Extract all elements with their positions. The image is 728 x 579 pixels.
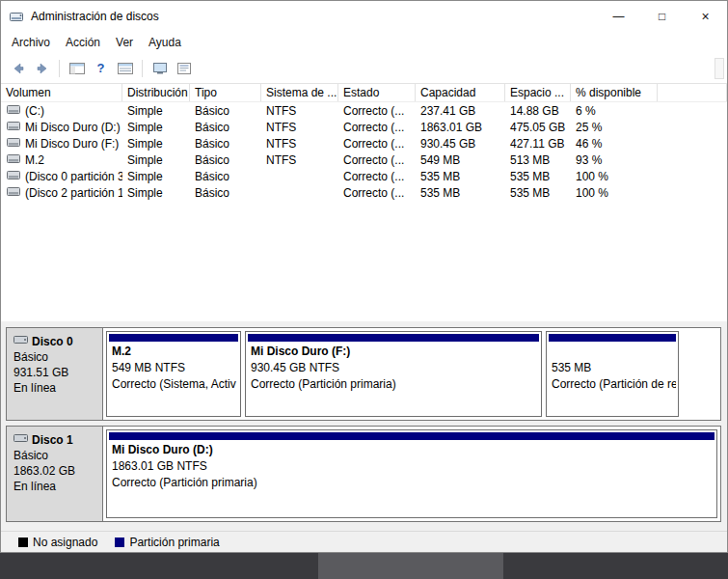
minimize-button[interactable]: — — [597, 1, 640, 31]
console-tree-icon[interactable] — [65, 57, 89, 80]
partition-title: M.2 — [109, 344, 238, 360]
partition-m2[interactable]: M.2 549 MB NTFS Correcto (Sistema, Activ — [106, 331, 241, 417]
volume-icon — [7, 153, 20, 167]
close-button[interactable]: × — [684, 1, 727, 31]
volume-layout: Simple — [122, 186, 190, 200]
volume-status: Correcto (... — [338, 104, 416, 118]
legend-label: Partición primaria — [129, 536, 219, 549]
volume-free-pct: 6 % — [571, 104, 658, 118]
volume-capacity: 930.45 GB — [416, 137, 505, 151]
graphical-view: Disco 0 Básico 931.51 GB En línea M.2 54… — [1, 325, 727, 531]
column-capacidad[interactable]: Capacidad — [416, 84, 505, 101]
volume-status: Correcto (... — [338, 137, 416, 151]
partition-status: Correcto (Partición de re — [549, 376, 676, 393]
screen-icon[interactable] — [148, 57, 172, 80]
volume-icon — [7, 137, 20, 151]
volume-capacity: 1863.01 GB — [416, 121, 505, 134]
partition-status: Correcto (Partición primaria) — [248, 376, 539, 393]
partition-f[interactable]: Mi Disco Duro (F:) 930.45 GB NTFS Correc… — [245, 331, 542, 417]
volume-free-pct: 100 % — [571, 170, 658, 183]
partition-size: 535 MB — [549, 360, 676, 376]
taskbar-app-button[interactable] — [318, 553, 503, 579]
column-espacio[interactable]: Espacio ... — [505, 84, 571, 101]
partition-title: Mi Disco Duro (D:) — [109, 442, 715, 458]
disk-management-window: Administración de discos — □ × Archivo A… — [0, 0, 728, 553]
column-estado[interactable]: Estado — [338, 84, 416, 101]
disk-type: Básico — [13, 448, 95, 463]
disk-row-1: Disco 1 Básico 1863.02 GB En línea Mi Di… — [6, 426, 721, 522]
volume-type: Básico — [190, 121, 261, 134]
volume-layout: Simple — [122, 137, 190, 151]
toolbar: ? — [1, 53, 727, 84]
menu-accion[interactable]: Acción — [58, 33, 108, 52]
partition-d[interactable]: Mi Disco Duro (D:) 1863.01 GB NTFS Corre… — [106, 429, 717, 518]
volume-icon — [7, 186, 20, 200]
volume-row-disk0-part3[interactable]: (Disco 0 partición 3) Simple Básico Corr… — [1, 168, 727, 184]
volume-free: 475.05 GB — [505, 121, 571, 134]
volume-list-header: Volumen Distribución Tipo Sistema de ...… — [1, 84, 727, 102]
window-title: Administración de discos — [31, 10, 159, 23]
forward-icon[interactable] — [30, 57, 54, 80]
volume-free: 427.11 GB — [505, 137, 571, 151]
volume-free: 535 MB — [505, 186, 571, 200]
volume-type: Básico — [190, 104, 261, 118]
partition-color-bar — [549, 334, 676, 342]
disk-status: En línea — [13, 380, 95, 396]
volume-row-disk2-part1[interactable]: (Disco 2 partición 1) Simple Básico Corr… — [1, 184, 727, 201]
column-sistema[interactable]: Sistema de ... — [261, 84, 338, 101]
volume-name: (C:) — [25, 104, 44, 118]
column-volumen[interactable]: Volumen — [1, 84, 122, 101]
partition-title: Mi Disco Duro (F:) — [248, 344, 539, 360]
menu-ver[interactable]: Ver — [108, 33, 141, 52]
disk-row-0: Disco 0 Básico 931.51 GB En línea M.2 54… — [6, 327, 721, 421]
disk-icon — [13, 334, 28, 349]
volume-type: Básico — [190, 186, 261, 200]
partition-color-bar — [248, 334, 539, 342]
menu-ayuda[interactable]: Ayuda — [141, 33, 189, 52]
volume-name: M.2 — [25, 153, 44, 167]
volume-row-f[interactable]: Mi Disco Duro (F:) Simple Básico NTFS Co… — [1, 135, 727, 152]
volume-icon — [7, 170, 20, 183]
primary-partition-swatch — [115, 538, 124, 547]
title-bar[interactable]: Administración de discos — □ × — [1, 1, 727, 31]
partition-size: 549 MB NTFS — [109, 360, 238, 376]
maximize-button[interactable]: □ — [640, 1, 684, 31]
disk-type: Básico — [13, 349, 95, 365]
toolbar-separator — [59, 60, 60, 77]
volume-name: (Disco 2 partición 1) — [25, 186, 122, 200]
disk0-header[interactable]: Disco 0 Básico 931.51 GB En línea — [7, 328, 103, 420]
column-distribucion[interactable]: Distribución — [122, 84, 190, 101]
volume-capacity: 535 MB — [416, 186, 505, 200]
back-icon[interactable] — [6, 57, 30, 80]
disk-icon — [13, 432, 28, 448]
volume-row-d[interactable]: Mi Disco Duro (D:) Simple Básico NTFS Co… — [1, 119, 727, 135]
disk1-header[interactable]: Disco 1 Básico 1863.02 GB En línea — [7, 427, 103, 521]
volume-filesystem: NTFS — [261, 104, 338, 118]
volume-capacity: 549 MB — [416, 153, 505, 167]
volume-list: Volumen Distribución Tipo Sistema de ...… — [1, 84, 727, 321]
window-controls: — □ × — [597, 1, 727, 31]
legend-unallocated: No asignado — [18, 536, 97, 549]
volume-free: 14.88 GB — [505, 104, 571, 118]
disk-name: Disco 1 — [32, 432, 73, 448]
toolbar-end-gripper — [715, 58, 724, 79]
list-view-icon[interactable] — [113, 57, 137, 80]
volume-row-c[interactable]: (C:) Simple Básico NTFS Correcto (... 23… — [1, 102, 727, 119]
volume-capacity: 535 MB — [416, 170, 505, 183]
volume-type: Básico — [190, 137, 261, 151]
volume-filesystem: NTFS — [261, 137, 338, 151]
app-icon — [9, 9, 24, 24]
volume-status: Correcto (... — [338, 186, 416, 200]
help-icon[interactable]: ? — [89, 57, 113, 80]
volume-row-m2[interactable]: M.2 Simple Básico NTFS Correcto (... 549… — [1, 152, 727, 168]
volume-name: Mi Disco Duro (D:) — [25, 121, 121, 134]
menu-bar: Archivo Acción Ver Ayuda — [1, 31, 727, 53]
column-tipo[interactable]: Tipo — [190, 84, 261, 101]
partition-status: Correcto (Partición primaria) — [109, 475, 715, 491]
partition-recovery[interactable]: 535 MB Correcto (Partición de re — [546, 331, 679, 417]
menu-archivo[interactable]: Archivo — [4, 33, 58, 52]
volume-name: (Disco 0 partición 3) — [25, 170, 122, 183]
volume-status: Correcto (... — [338, 170, 416, 183]
column-disponible[interactable]: % disponible — [571, 84, 658, 101]
properties-icon[interactable] — [172, 57, 196, 80]
